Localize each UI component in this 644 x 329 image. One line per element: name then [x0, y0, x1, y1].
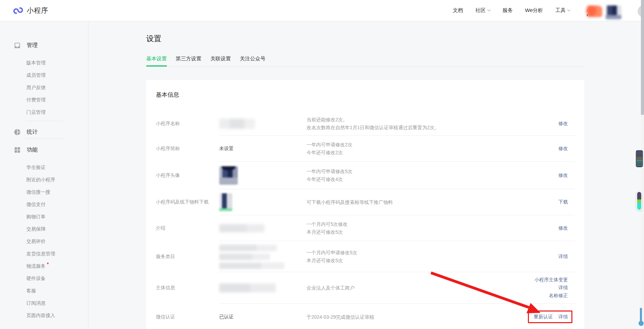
- tab-inactive[interactable]: 第三方设置: [176, 56, 201, 66]
- download-link[interactable]: 下载: [558, 199, 568, 205]
- sidebar-item[interactable]: 购物订单: [0, 210, 88, 223]
- redacted-name: [219, 119, 255, 129]
- row-label: 小程序头像: [156, 172, 219, 179]
- sidebar-item[interactable]: 交易保障: [0, 223, 88, 235]
- sidebar-item-label: 附近的小程序: [26, 177, 55, 182]
- extension-scroll-indicator[interactable]: [640, 308, 642, 323]
- inbox-icon: [14, 42, 21, 49]
- row-value: [219, 193, 307, 211]
- extension-progress-pill[interactable]: [636, 191, 642, 210]
- description-line: 当前还能修改2次。: [307, 116, 558, 124]
- sidebar-item-label: 版本管理: [26, 60, 46, 65]
- row-description: 一年内可申请修改2次今年还可修改2次: [307, 141, 558, 157]
- row-actions: 下载: [558, 199, 568, 205]
- sidebar-group-title-1[interactable]: 管理: [0, 41, 88, 49]
- sidebar-item-label: 学生验证: [26, 164, 46, 170]
- account-chevron-down-icon[interactable]: ▾: [586, 13, 589, 17]
- details-link[interactable]: 详情: [558, 285, 568, 291]
- top-nav: 文档社区服务We分析工具: [453, 7, 570, 14]
- app-avatar[interactable]: [606, 5, 621, 19]
- redacted-intro: [219, 224, 264, 232]
- sidebar-item[interactable]: 成员管理: [0, 69, 88, 81]
- modify-link[interactable]: 修改: [558, 121, 568, 127]
- sidebar-group-title-2[interactable]: 统计: [0, 128, 88, 136]
- new-badge-dot: [47, 263, 49, 264]
- sidebar-item[interactable]: 硬件设备: [0, 272, 88, 284]
- row-label: 服务类目: [156, 254, 219, 260]
- nav-item-2[interactable]: 社区: [475, 7, 490, 14]
- sidebar-item-label: 购物订单: [26, 214, 46, 219]
- nav-item-5[interactable]: 工具: [555, 7, 570, 14]
- row-actions: 小程序主体变更详情名称修正: [534, 277, 568, 299]
- modify-link[interactable]: 修改: [558, 172, 568, 179]
- grid-icon: [14, 146, 21, 154]
- sidebar-item[interactable]: 客服: [0, 284, 88, 297]
- sidebar-item-label: 客服: [26, 288, 36, 293]
- description-line: 可下载小程序码及搜索框等线下推广物料: [307, 198, 558, 206]
- description-line: 一年内可申请修改5次: [307, 168, 558, 175]
- redacted-qrcode: [219, 193, 232, 211]
- tab-inactive[interactable]: 关注公众号: [240, 56, 265, 66]
- sidebar-item[interactable]: 用户反馈: [0, 81, 88, 94]
- sidebar-item[interactable]: 交易评价: [0, 235, 88, 247]
- description-line: 本月还可修改5次: [307, 257, 558, 265]
- redacted-subject: [219, 283, 276, 292]
- name-correction-link[interactable]: 名称修正: [549, 293, 568, 299]
- nav-item-3[interactable]: 服务: [503, 7, 513, 14]
- row-label: 小程序名称: [156, 121, 219, 127]
- sidebar-item[interactable]: 页面内容接入: [0, 309, 88, 321]
- row-label: 介绍: [156, 225, 219, 231]
- row-description: 于2024-03-29完成微信认证审核: [307, 313, 534, 321]
- sidebar-item[interactable]: 学生验证: [0, 161, 88, 173]
- row-actions: 重新认证详情: [534, 314, 568, 320]
- sidebar-item[interactable]: 版本管理: [0, 57, 88, 69]
- row-actions: 修改: [558, 225, 568, 231]
- scrollbar-thumb[interactable]: [641, 0, 644, 115]
- page-title: 设置: [146, 34, 644, 44]
- sidebar-item[interactable]: 门店管理: [0, 106, 88, 118]
- description-line: 一年内可申请修改2次: [307, 141, 558, 149]
- app-logo[interactable]: 小程序: [13, 5, 48, 16]
- sidebar-group: 统计: [0, 128, 88, 136]
- settings-row: 小程序名称当前还能修改2次。改名次数将在自然年1月1日和微信认证审核通过后重置为…: [146, 112, 584, 136]
- tab-inactive[interactable]: 关联设置: [210, 56, 231, 66]
- annotated-actions: 重新认证详情: [534, 314, 568, 320]
- ruler-ticks-dark: [636, 151, 642, 158]
- subject-change-link[interactable]: 小程序主体变更: [534, 277, 568, 283]
- modify-link[interactable]: 修改: [558, 225, 568, 231]
- row-value: [219, 224, 307, 232]
- description-line: 改名次数将在自然年1月1日和微信认证审核通过后重置为2次。: [307, 124, 558, 132]
- details-link[interactable]: 详情: [558, 314, 568, 320]
- tab-active[interactable]: 基本设置: [146, 56, 167, 66]
- modify-link[interactable]: 修改: [558, 146, 568, 152]
- row-value: [219, 245, 307, 269]
- sidebar-item-label: 付费管理: [26, 97, 46, 102]
- reauth-link[interactable]: 重新认证: [534, 314, 553, 320]
- sidebar-item-label: 订阅消息: [26, 300, 46, 306]
- settings-row: 服务类目一个月内可申请修改5次本月还可修改5次详情: [146, 241, 584, 272]
- sidebar-item[interactable]: 附近的小程序: [0, 173, 88, 186]
- nav-item-label: We分析: [525, 7, 543, 14]
- nav-item-label: 工具: [555, 7, 566, 14]
- basic-info-card: 基本信息 小程序名称当前还能修改2次。改名次数将在自然年1月1日和微信认证审核通…: [146, 80, 584, 329]
- row-label: 小程序简称: [156, 146, 219, 152]
- sidebar-item[interactable]: 微信支付: [0, 198, 88, 210]
- sidebar-group-title-3[interactable]: 功能: [0, 146, 88, 154]
- row-value: 已认证: [219, 314, 307, 320]
- sidebar-item[interactable]: 发货信息管理: [0, 247, 88, 260]
- nav-item-4[interactable]: We分析: [525, 7, 543, 14]
- sidebar-group: 管理版本管理成员管理用户反馈付费管理门店管理: [0, 41, 88, 118]
- account-area: ▾: [586, 3, 621, 19]
- details-link[interactable]: 详情: [558, 254, 568, 260]
- sidebar-item[interactable]: 订阅消息: [0, 297, 88, 309]
- sidebar-item[interactable]: 物流服务: [0, 260, 88, 272]
- nav-item-1[interactable]: 文档: [453, 7, 463, 14]
- sidebar-item[interactable]: 付费管理: [0, 94, 88, 106]
- sidebar-item[interactable]: 微信搜一搜: [0, 186, 88, 198]
- ruler-ticks-yellow: [636, 158, 642, 161]
- extension-ruler-widget[interactable]: [636, 150, 643, 167]
- main-content: 设置 基本设置第三方设置关联设置关注公众号 基本信息 小程序名称当前还能修改2次…: [88, 21, 644, 329]
- sidebar-group-list: 版本管理成员管理用户反馈付费管理门店管理: [0, 57, 88, 118]
- sidebar-item-label: 成员管理: [26, 72, 46, 78]
- row-actions: 详情: [558, 254, 568, 260]
